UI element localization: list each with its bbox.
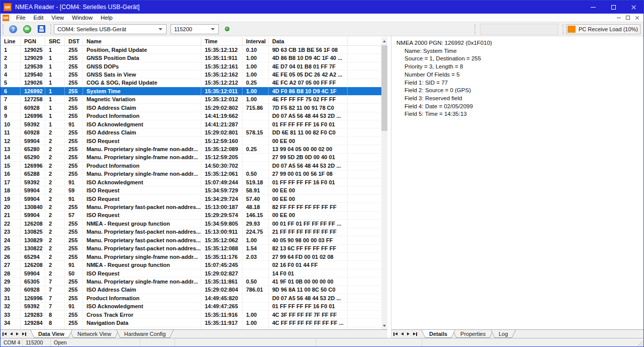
pgn-detail-line: Field 5: Time = 14:35:13	[396, 110, 643, 118]
resize-grip-icon[interactable]	[637, 340, 643, 346]
table-row[interactable]: 1859904259ISO Request15:34:59:72958.9100…	[1, 186, 381, 194]
table-row[interactable]: 2859904250ISO Request15:29:02:82714 F0 0…	[1, 269, 381, 277]
column-header-data[interactable]: Data	[269, 37, 348, 45]
table-row[interactable]: 1059392191ISO Acknowledgment14:41:21:287…	[1, 120, 381, 128]
com-port-select[interactable]: COM4: Serielles USB-Gerät	[54, 24, 167, 34]
cell-name: Magnetic Variation	[83, 96, 201, 103]
table-row[interactable]: 231308252255Manu. Proprietary fast-packe…	[1, 228, 381, 236]
close-button[interactable]	[623, 1, 643, 14]
scroll-down-icon[interactable]	[381, 322, 387, 329]
menu-item-view[interactable]: View	[47, 14, 68, 22]
table-row[interactable]: 201308402255Manu. Proprietary fast-packe…	[1, 203, 381, 211]
cell-name: NMEA - Request group function	[83, 261, 201, 268]
column-header-pgn[interactable]: PGN	[21, 37, 45, 45]
connect-button[interactable]	[21, 23, 33, 35]
table-row[interactable]: 341292848255Navigation Data15:35:11:9171…	[1, 319, 381, 327]
cell-filler	[348, 245, 381, 252]
cell-time: 15:34:29:724	[201, 195, 243, 202]
table-row[interactable]: 29653057255Manu. Proprietary single-fram…	[1, 277, 381, 286]
table-scrollbar[interactable]	[381, 37, 387, 329]
pane-splitter[interactable]	[387, 36, 391, 338]
cell-line: 13	[1, 145, 21, 153]
tab-data-view[interactable]: Data View	[30, 330, 72, 338]
cell-data: D0 07 A5 56 48 44 53 2D ...	[269, 294, 348, 302]
column-header-dst[interactable]: DST	[65, 37, 83, 45]
next-tab-button[interactable]	[16, 332, 19, 335]
tab-log[interactable]: Log	[491, 330, 516, 338]
last-tab-button[interactable]	[413, 332, 417, 336]
table-row[interactable]: 351292858255Navigation - Route/WP inform…	[1, 327, 381, 329]
table-row[interactable]: 61269921255System Time15:35:12:0111.004D…	[1, 87, 381, 95]
tab-details[interactable]: Details	[421, 330, 455, 338]
table-row[interactable]: 311269967255Product Information14:49:45:…	[1, 294, 381, 302]
maximize-button[interactable]	[603, 1, 623, 14]
table-row[interactable]: 151269962255Product Information14:50:30:…	[1, 162, 381, 170]
menu-item-window[interactable]: Window	[68, 14, 97, 22]
save-button[interactable]	[35, 23, 47, 35]
table-row[interactable]: 13652802255Manu. Proprietary single-fram…	[1, 145, 381, 153]
cell-filler	[348, 228, 381, 236]
table-row[interactable]: 1959904291ISO Request15:34:29:72457.4000…	[1, 195, 381, 203]
cell-name: Product Information	[83, 294, 201, 302]
app-icon: NR	[4, 3, 12, 11]
table-row[interactable]: 21290291255GNSS Position Data15:35:11:91…	[1, 54, 381, 62]
tab-network-view[interactable]: Network View	[69, 330, 119, 338]
tab-hardware-config[interactable]: Hardware Config	[116, 330, 174, 338]
chevron-down-icon	[158, 28, 163, 30]
table-row[interactable]: 331292838255Cross Track Error15:35:11:91…	[1, 311, 381, 319]
table-row[interactable]: 3259392791ISO Acknowledgment14:49:47:265…	[1, 303, 381, 311]
cell-dst: 255	[65, 286, 83, 294]
mdi-minimize-icon[interactable]	[617, 18, 621, 18]
mdi-restore-icon[interactable]	[626, 16, 630, 20]
table-row[interactable]: 1759392291ISO Acknowledgment15:07:49:244…	[1, 178, 381, 186]
column-header-time[interactable]: Time	[201, 37, 243, 45]
minimize-button[interactable]	[583, 1, 603, 14]
prev-tab-button[interactable]	[401, 332, 404, 335]
scroll-up-icon[interactable]	[381, 37, 387, 45]
table-row[interactable]: 30609287255ISO Address Claim15:29:02:804…	[1, 286, 381, 294]
cell-interval: 0.10	[243, 46, 269, 53]
cell-time: 15:29:02:802	[201, 104, 243, 111]
table-row[interactable]: 41295401255GNSS Sats in View15:35:12:162…	[1, 71, 381, 79]
table-row[interactable]: 51290261255COG & SOG, Rapid Update15:35:…	[1, 79, 381, 87]
table-row[interactable]: 71272581255Magnetic Variation15:35:12:01…	[1, 96, 381, 104]
table-row[interactable]: 31295391255GNSS DOPs15:35:12:1611.004E D…	[1, 62, 381, 71]
baud-rate-select[interactable]: 115200	[171, 24, 219, 34]
menu-item-help[interactable]: Help	[97, 14, 117, 22]
prev-tab-button[interactable]	[10, 332, 13, 335]
table-row[interactable]: 11290251255Position, Rapid Update15:35:1…	[1, 46, 381, 54]
first-tab-button[interactable]	[3, 332, 7, 336]
column-header-src[interactable]: SRC	[45, 37, 65, 45]
menu-item-edit[interactable]: Edit	[30, 14, 48, 22]
cell-line: 32	[1, 303, 21, 310]
cell-name: GNSS Sats in View	[83, 71, 201, 78]
last-tab-button[interactable]	[22, 332, 26, 336]
scrollbar-thumb[interactable]	[381, 45, 387, 131]
table-row[interactable]: 14652902255Manu. Proprietary single-fram…	[1, 154, 381, 162]
table-row[interactable]: 251308222255Manu. Proprietary fast-packe…	[1, 245, 381, 253]
table-row[interactable]: 221262082255NMEA - Request group functio…	[1, 220, 381, 228]
cell-line: 15	[1, 162, 21, 169]
column-header-line[interactable]: Line	[1, 37, 21, 45]
first-tab-button[interactable]	[393, 332, 397, 336]
table-row[interactable]: 8609281255ISO Address Claim15:29:02:8027…	[1, 104, 381, 112]
help-button[interactable]: ?	[7, 23, 19, 35]
table-row[interactable]: 16652882255Manu. Proprietary single-fram…	[1, 170, 381, 178]
cell-dst: 91	[65, 178, 83, 186]
column-header-name[interactable]: Name	[83, 37, 201, 45]
cell-filler	[348, 96, 381, 103]
menu-item-file[interactable]: File	[12, 14, 30, 22]
table-row[interactable]: 241308292255Manu. Proprietary fast-packe…	[1, 236, 381, 244]
table-row[interactable]: 12599042255ISO Request15:12:59:16000 EE …	[1, 137, 381, 145]
cell-src: 7	[45, 277, 65, 285]
next-tab-button[interactable]	[407, 332, 410, 335]
table-row[interactable]: 11609282255ISO Address Claim15:29:02:801…	[1, 128, 381, 136]
cell-filler	[348, 186, 381, 194]
table-row[interactable]: 91269961255Product Information14:41:19:6…	[1, 112, 381, 120]
table-row[interactable]: 27126208291NMEA - Request group function…	[1, 261, 381, 269]
table-row[interactable]: 26652942255Manu. Proprietary single-fram…	[1, 253, 381, 261]
column-header-interval[interactable]: Interval	[243, 37, 269, 45]
table-row[interactable]: 2159904257ISO Request15:29:29:574146.150…	[1, 212, 381, 220]
mdi-close-icon[interactable]	[635, 16, 639, 20]
tab-properties[interactable]: Properties	[452, 330, 494, 338]
